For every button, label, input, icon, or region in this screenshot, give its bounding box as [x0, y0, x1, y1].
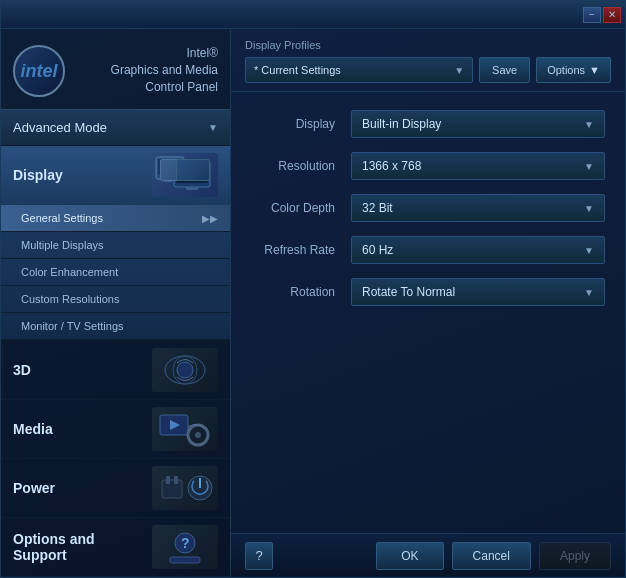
advanced-mode-label: Advanced Mode: [13, 120, 107, 135]
advanced-mode-arrow-icon: ▼: [208, 122, 218, 133]
color-depth-field-row: Color Depth 32 Bit ▼: [251, 194, 605, 222]
svg-rect-2: [164, 179, 172, 182]
sidebar-item-power[interactable]: Power: [1, 459, 230, 518]
rotation-select[interactable]: Rotate To Normal ▼: [351, 278, 605, 306]
3d-thumbnail: [152, 348, 218, 392]
subnav-multiple-displays[interactable]: Multiple Displays: [1, 232, 230, 259]
sidebar: intel Intel®Graphics and MediaControl Pa…: [1, 29, 231, 577]
ok-button[interactable]: OK: [376, 542, 443, 570]
options-button[interactable]: Options ▼: [536, 57, 611, 83]
subnav-multiple-displays-label: Multiple Displays: [21, 239, 104, 251]
rotation-select-value: Rotate To Normal: [362, 285, 455, 299]
subnav-arrow-icon: ▶▶: [202, 213, 218, 224]
intel-logo-text: intel: [20, 61, 57, 82]
logo-area: intel Intel®Graphics and MediaControl Pa…: [1, 29, 230, 109]
profile-select-arrow-icon: ▼: [454, 65, 464, 76]
titlebar: − ✕: [1, 1, 625, 29]
close-button[interactable]: ✕: [603, 7, 621, 23]
color-depth-select-arrow-icon: ▼: [584, 203, 594, 214]
rotation-field-row: Rotation Rotate To Normal ▼: [251, 278, 605, 306]
help-button[interactable]: ?: [245, 542, 273, 570]
refresh-rate-select-arrow-icon: ▼: [584, 245, 594, 256]
svg-rect-15: [174, 476, 178, 484]
subnav-color-enhancement-label: Color Enhancement: [21, 266, 118, 278]
content-area: intel Intel®Graphics and MediaControl Pa…: [1, 29, 625, 577]
bottom-bar: ? OK Cancel Apply: [231, 533, 625, 577]
display-select[interactable]: Built-in Display ▼: [351, 110, 605, 138]
svg-rect-13: [162, 480, 182, 498]
main-window: − ✕ intel Intel®Graphics and MediaContro…: [0, 0, 626, 578]
resolution-field-row: Resolution 1366 x 768 ▼: [251, 152, 605, 180]
subnav-custom-resolutions[interactable]: Custom Resolutions: [1, 286, 230, 313]
resolution-select-arrow-icon: ▼: [584, 161, 594, 172]
apply-button[interactable]: Apply: [539, 542, 611, 570]
sidebar-item-media[interactable]: Media: [1, 400, 230, 459]
svg-rect-19: [170, 557, 200, 563]
subnav-monitor-tv[interactable]: Monitor / TV Settings: [1, 313, 230, 340]
sidebar-item-media-label: Media: [13, 421, 152, 437]
color-depth-field-label: Color Depth: [251, 201, 351, 215]
cancel-button[interactable]: Cancel: [452, 542, 531, 570]
profile-row: * Current Settings ▼ Save Options ▼: [245, 57, 611, 83]
profile-select[interactable]: * Current Settings ▼: [245, 57, 473, 83]
sidebar-item-display-label: Display: [13, 167, 152, 183]
options-button-label: Options: [547, 64, 585, 76]
power-thumbnail: [152, 466, 218, 510]
intel-logo: intel: [13, 45, 65, 97]
svg-rect-1: [158, 159, 182, 175]
refresh-rate-field-label: Refresh Rate: [251, 243, 351, 257]
display-subnav: General Settings ▶▶ Multiple Displays Co…: [1, 205, 230, 341]
options-thumbnail: ?: [152, 525, 218, 569]
color-depth-select-value: 32 Bit: [362, 201, 393, 215]
svg-text:?: ?: [181, 535, 190, 551]
settings-form: Display Built-in Display ▼ Resolution 13…: [231, 92, 625, 533]
color-depth-select[interactable]: 32 Bit ▼: [351, 194, 605, 222]
sidebar-item-3d-label: 3D: [13, 362, 152, 378]
rotation-field-label: Rotation: [251, 285, 351, 299]
display-select-arrow-icon: ▼: [584, 119, 594, 130]
resolution-field-label: Resolution: [251, 159, 351, 173]
resolution-select-value: 1366 x 768: [362, 159, 421, 173]
profile-select-value: * Current Settings: [254, 64, 341, 76]
display-thumbnail: [152, 153, 218, 197]
sidebar-item-display[interactable]: Display: [1, 146, 230, 205]
subnav-monitor-tv-label: Monitor / TV Settings: [21, 320, 124, 332]
sidebar-item-options[interactable]: Options and Support ?: [1, 518, 230, 577]
display-field-label: Display: [251, 117, 351, 131]
panel-header: Display Profiles * Current Settings ▼ Sa…: [231, 29, 625, 92]
svg-rect-14: [166, 476, 170, 484]
sidebar-item-3d[interactable]: 3D: [1, 341, 230, 400]
svg-rect-4: [176, 163, 208, 183]
advanced-mode-selector[interactable]: Advanced Mode ▼: [1, 109, 230, 146]
panel-header-title: Display Profiles: [245, 39, 611, 51]
svg-rect-3: [174, 161, 210, 187]
save-button[interactable]: Save: [479, 57, 530, 83]
subnav-general-settings-label: General Settings: [21, 212, 103, 224]
sidebar-item-options-label: Options and Support: [13, 531, 152, 563]
options-arrow-icon: ▼: [589, 64, 600, 76]
subnav-general-settings[interactable]: General Settings ▶▶: [1, 205, 230, 232]
refresh-rate-field-row: Refresh Rate 60 Hz ▼: [251, 236, 605, 264]
svg-point-12: [195, 432, 201, 438]
refresh-rate-select-value: 60 Hz: [362, 243, 393, 257]
svg-rect-5: [186, 187, 198, 190]
svg-rect-0: [156, 157, 184, 179]
refresh-rate-select[interactable]: 60 Hz ▼: [351, 236, 605, 264]
display-field-row: Display Built-in Display ▼: [251, 110, 605, 138]
subnav-custom-resolutions-label: Custom Resolutions: [21, 293, 119, 305]
minimize-button[interactable]: −: [583, 7, 601, 23]
main-panel: Display Profiles * Current Settings ▼ Sa…: [231, 29, 625, 577]
sidebar-item-power-label: Power: [13, 480, 152, 496]
display-select-value: Built-in Display: [362, 117, 441, 131]
subnav-color-enhancement[interactable]: Color Enhancement: [1, 259, 230, 286]
rotation-select-arrow-icon: ▼: [584, 287, 594, 298]
app-title: Intel®Graphics and MediaControl Panel: [73, 45, 218, 95]
media-thumbnail: [152, 407, 218, 451]
svg-point-8: [177, 362, 193, 378]
resolution-select[interactable]: 1366 x 768 ▼: [351, 152, 605, 180]
